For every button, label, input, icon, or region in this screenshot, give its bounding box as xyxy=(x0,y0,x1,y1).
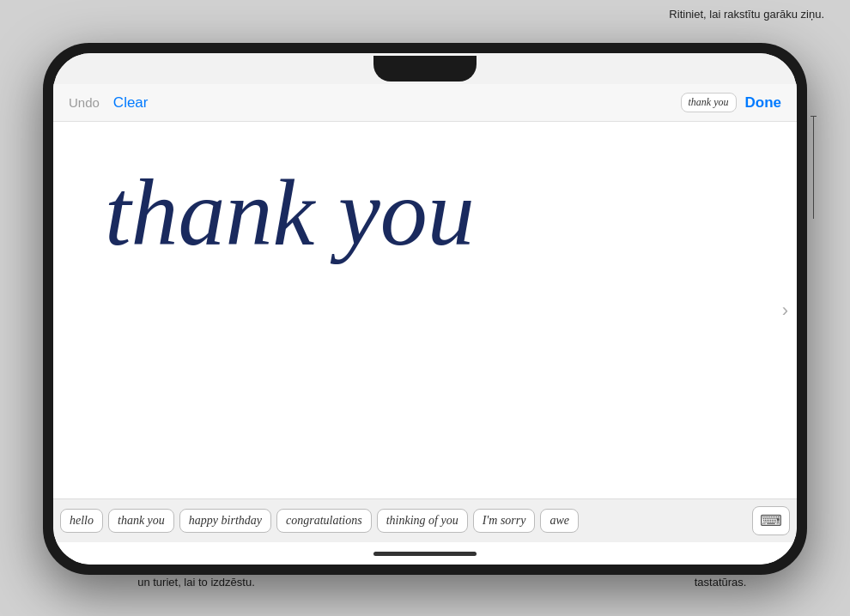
callout-line-top-right xyxy=(813,116,814,219)
phone-top-bar xyxy=(53,53,797,84)
handwriting-display: thank you xyxy=(105,156,475,269)
phone-frame: Undo Clear thank you Done thank you › he… xyxy=(43,43,807,575)
clear-button[interactable]: Clear xyxy=(113,94,149,112)
notch xyxy=(373,56,477,82)
done-button[interactable]: Done xyxy=(745,94,782,112)
keyboard-toggle-button[interactable]: ⌨ xyxy=(752,506,790,535)
toolbar-left: Undo Clear xyxy=(69,94,148,112)
suggestion-thinking-of-you[interactable]: thinking of you xyxy=(377,509,468,533)
undo-button[interactable]: Undo xyxy=(69,95,100,110)
toolbar-right: thank you Done xyxy=(681,93,782,112)
suggestion-thank-you[interactable]: thank you xyxy=(108,509,174,533)
suggestion-im-sorry[interactable]: I'm sorry xyxy=(473,509,536,533)
preview-chip: thank you xyxy=(681,93,737,112)
scene: Ritiniet, lai rakstītu garāku ziņu. Izvē… xyxy=(0,0,850,616)
phone-inner: Undo Clear thank you Done thank you › he… xyxy=(53,53,797,565)
callout-top-right: Ritiniet, lai rakstītu garāku ziņu. xyxy=(669,7,824,22)
home-indicator xyxy=(53,542,797,565)
toolbar: Undo Clear thank you Done xyxy=(53,84,797,122)
drawing-area[interactable]: thank you › xyxy=(53,122,797,498)
suggestion-congratulations[interactable]: congratulations xyxy=(276,509,372,533)
suggestion-hello[interactable]: hello xyxy=(60,509,103,533)
home-bar xyxy=(373,552,477,556)
suggestion-awe[interactable]: awe xyxy=(540,509,579,533)
scroll-right-arrow[interactable]: › xyxy=(782,299,788,322)
suggestions-bar: hello thank you happy birthday congratul… xyxy=(53,498,797,542)
callout-top-right-text: Ritiniet, lai rakstītu garāku ziņu. xyxy=(669,8,824,21)
suggestion-happy-birthday[interactable]: happy birthday xyxy=(179,509,271,533)
app-content: Undo Clear thank you Done thank you › he… xyxy=(53,84,797,565)
